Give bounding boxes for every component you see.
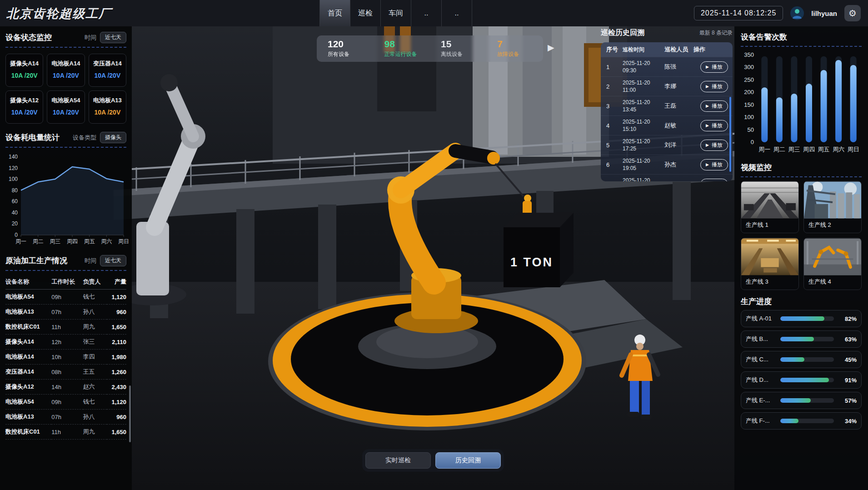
play-button[interactable]: ▶播放 — [700, 100, 728, 112]
table-cell: 960 — [107, 410, 126, 425]
inspection-time: 2025-11-20 17:25 — [623, 138, 664, 152]
time-filter-button[interactable]: 近七天 — [100, 32, 126, 43]
progress-percent: 34% — [838, 418, 857, 425]
video-camera-card[interactable]: 生产线 1 — [741, 181, 799, 233]
nav-tab-1[interactable]: 巡检 — [350, 0, 380, 26]
progress-row: 产线 A-0182% — [741, 310, 862, 327]
video-camera-label: 生产线 4 — [804, 275, 861, 290]
play-label: 播放 — [712, 141, 723, 149]
time-filter-button-2[interactable]: 近七天 — [100, 255, 126, 266]
table-cell: 2,110 — [107, 335, 126, 350]
progress-percent: 91% — [838, 377, 857, 384]
svg-text:周五: 周五 — [84, 238, 95, 245]
inspection-row: 62025-11-20 19:05孙杰▶播放 — [601, 155, 733, 174]
table-cell: 14h — [51, 380, 83, 395]
nav-tab-2[interactable]: 车间 — [380, 0, 411, 26]
svg-text:0: 0 — [751, 139, 754, 145]
stat-label: 离线设备 — [441, 50, 487, 58]
right-panel: 设备告警次数 050100150200250300350周一周二周三周四周五周六… — [734, 26, 868, 490]
inspection-scrollbar[interactable] — [729, 97, 731, 172]
play-icon: ▶ — [706, 84, 709, 89]
divider — [741, 46, 862, 47]
play-icon: ▶ — [706, 143, 709, 147]
table-cell: 数控机床C01 — [5, 425, 51, 440]
settings-gear-icon[interactable]: ⚙ — [844, 5, 861, 21]
table-cell: 电池板A13 — [5, 305, 51, 320]
svg-text:100: 100 — [9, 176, 18, 182]
nav-tab-4[interactable]: .. — [441, 0, 472, 26]
table-cell: 电池板A14 — [5, 350, 51, 365]
stats-next-arrow-icon[interactable]: ▶ — [548, 42, 554, 53]
history-playback-button[interactable]: 历史回溯 — [435, 452, 501, 469]
svg-text:周一: 周一 — [15, 238, 26, 245]
play-icon: ▶ — [706, 65, 709, 69]
divider — [5, 270, 126, 271]
video-camera-label: 生产线 1 — [741, 219, 798, 233]
play-button[interactable]: ▶播放 — [700, 120, 728, 131]
table-cell: 电池板A54 — [5, 395, 51, 410]
table-cell: 960 — [107, 305, 126, 320]
svg-text:周一: 周一 — [758, 146, 770, 153]
table-cell: 钱七 — [83, 395, 107, 410]
inspection-history-title: 巡检历史回溯 — [601, 28, 644, 38]
progress-row: 产线 B...63% — [741, 330, 862, 348]
video-camera-card[interactable]: 生产线 3 — [741, 238, 799, 290]
stat-value: 7 — [498, 39, 544, 49]
table-cell: 赵六 — [83, 380, 107, 395]
production-progress-title: 生产进度 — [741, 296, 772, 307]
svg-text:0: 0 — [15, 232, 18, 238]
inspection-history-panel: 巡检历史回溯 最新 8 条记录 序号巡检时间巡检人员操作 12025-11-20… — [601, 28, 733, 181]
svg-text:150: 150 — [744, 101, 754, 108]
inspection-no: 3 — [606, 103, 623, 110]
table-row: 变压器A1408h王五1,260 — [5, 365, 126, 380]
column-header: 负责人 — [83, 274, 107, 290]
device-reading: 10A /20V — [7, 109, 42, 116]
nav-tab-0[interactable]: 首页 — [319, 0, 350, 26]
inspection-time: 2025-11-20 20:40 — [623, 177, 664, 181]
progress-row: 产线 E-...57% — [741, 392, 862, 409]
inspection-op: ▶播放 — [693, 81, 728, 92]
realtime-inspection-button[interactable]: 实时巡检 — [365, 452, 431, 469]
nav-tab-3[interactable]: .. — [411, 0, 441, 26]
device-status-card: 摄像头A1410A /20V — [5, 54, 43, 87]
svg-text:周五: 周五 — [818, 146, 830, 153]
table-cell: 摄像头A12 — [5, 380, 51, 395]
svg-text:250: 250 — [744, 76, 754, 83]
play-button[interactable]: ▶播放 — [700, 179, 728, 182]
video-thumbnail — [741, 181, 798, 219]
table-cell: 王五 — [83, 365, 107, 380]
play-label: 播放 — [712, 83, 723, 90]
inspection-no: 1 — [606, 64, 623, 70]
inspection-row: 42025-11-20 15:10赵敏▶播放 — [601, 115, 733, 135]
inspection-person: 孙杰 — [664, 160, 693, 169]
table-cell: 08h — [51, 365, 83, 380]
play-button[interactable]: ▶播放 — [700, 159, 728, 170]
left-table-scrollbar[interactable] — [129, 385, 131, 442]
user-avatar-icon[interactable] — [790, 6, 804, 20]
table-cell: 11h — [51, 320, 83, 335]
video-camera-card[interactable]: 生产线 4 — [803, 238, 862, 290]
device-type-filter-button[interactable]: 摄像头 — [100, 132, 126, 143]
play-button[interactable]: ▶播放 — [700, 81, 728, 92]
inspection-time: 2025-11-20 15:10 — [623, 118, 664, 133]
video-thumbnail — [804, 181, 861, 219]
inspection-op: ▶播放 — [693, 120, 728, 131]
column-header: 工作时长 — [51, 274, 83, 290]
table-cell: 电池板A13 — [5, 410, 51, 425]
table-cell: 电池板A54 — [5, 290, 51, 305]
device-name: 电池板A13 — [90, 96, 125, 105]
table-row: 电池板A5409h钱七1,120 — [5, 290, 126, 305]
play-button[interactable]: ▶播放 — [700, 140, 728, 151]
video-camera-card[interactable]: 生产线 2 — [803, 181, 862, 233]
nav-tabs: 首页巡检车间.... — [319, 0, 472, 26]
video-thumbnail — [804, 238, 861, 275]
table-row: 电池板A1307h孙八960 — [5, 305, 126, 320]
device-name: 电池板A14 — [48, 60, 83, 68]
device-status-title: 设备状态监控 — [5, 32, 52, 43]
device-status-card: 变压器A1410A /20V — [89, 54, 126, 87]
play-button[interactable]: ▶播放 — [700, 61, 728, 73]
inspection-time: 2025-11-20 19:05 — [623, 157, 664, 172]
svg-text:周二: 周二 — [773, 146, 785, 153]
svg-text:周六: 周六 — [833, 146, 844, 153]
progress-track — [780, 337, 834, 341]
